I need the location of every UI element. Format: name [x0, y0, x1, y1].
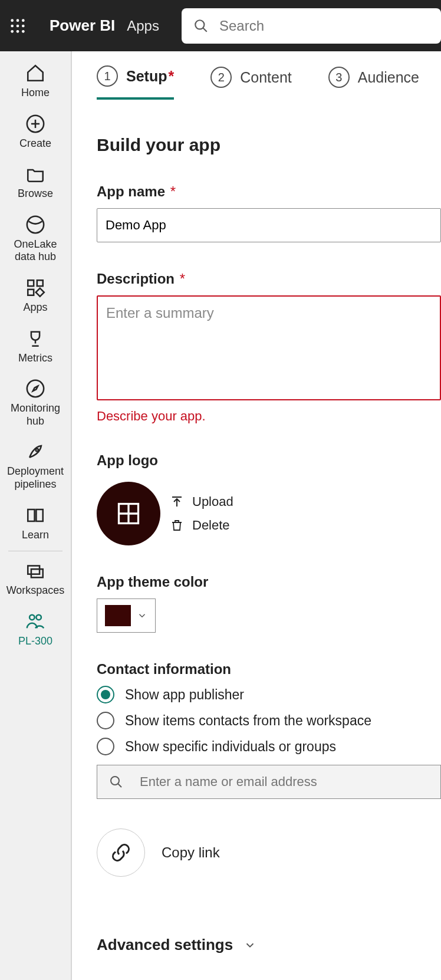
radio-label: Show items contacts from the workspace	[125, 713, 371, 729]
field-label: App theme color	[97, 574, 441, 590]
people-icon	[25, 611, 45, 632]
theme-color-picker[interactable]	[97, 598, 156, 633]
upload-logo-button[interactable]: Upload	[170, 494, 233, 509]
delete-label: Delete	[192, 518, 230, 533]
nav-learn[interactable]: Learn	[0, 498, 71, 549]
apps-icon	[25, 278, 45, 298]
search-box[interactable]	[182, 8, 441, 44]
field-label: Contact information	[97, 661, 441, 678]
radio-publisher[interactable]: Show app publisher	[97, 686, 441, 703]
required-star: *	[168, 68, 174, 84]
link-icon	[110, 842, 131, 863]
wizard-tabs: 1 Setup* 2 Content 3 Audience	[97, 65, 441, 100]
step-number: 3	[328, 67, 350, 88]
upload-icon	[170, 495, 184, 509]
advanced-settings-toggle[interactable]: Advanced settings	[97, 936, 441, 954]
svg-point-4	[17, 24, 19, 27]
field-label: App logo	[97, 452, 441, 469]
svg-rect-22	[31, 569, 43, 577]
svg-point-5	[22, 24, 25, 27]
copy-link-row: Copy link	[97, 828, 441, 877]
chevron-down-icon	[243, 939, 256, 952]
upload-label: Upload	[192, 494, 233, 509]
radio-label: Show specific individuals or groups	[125, 739, 336, 755]
advanced-label: Advanced settings	[97, 936, 233, 954]
book-icon	[25, 505, 45, 525]
search-input[interactable]	[219, 18, 429, 34]
tab-label: Audience	[358, 69, 419, 86]
field-app-logo: App logo Upload Delete	[97, 452, 441, 545]
nav-divider	[8, 551, 62, 551]
copy-link-button[interactable]	[97, 828, 145, 877]
nav-create[interactable]: Create	[0, 107, 71, 157]
field-contact-info: Contact information Show app publisher S…	[97, 661, 441, 799]
svg-point-8	[22, 30, 25, 33]
tab-label: Setup	[126, 68, 167, 84]
tile-icon	[116, 501, 141, 527]
home-icon	[25, 63, 45, 83]
required-star: *	[170, 183, 176, 199]
field-app-name: App name *	[97, 183, 441, 242]
description-input[interactable]	[97, 295, 441, 400]
page-title: Build your app	[97, 135, 441, 155]
svg-point-6	[11, 30, 14, 33]
svg-point-23	[29, 614, 35, 620]
svg-point-7	[17, 30, 19, 33]
plus-circle-icon	[25, 114, 45, 134]
main-content: 1 Setup* 2 Content 3 Audience Build your…	[72, 51, 441, 954]
field-label: App name	[97, 183, 165, 199]
nav-pl300[interactable]: PL-300	[0, 604, 71, 655]
radio-label: Show app publisher	[125, 687, 244, 703]
nav-browse[interactable]: Browse	[0, 157, 71, 208]
color-swatch	[105, 605, 131, 626]
nav-apps[interactable]: Apps	[0, 271, 71, 321]
svg-point-9	[195, 20, 204, 29]
app-name-input[interactable]	[97, 208, 441, 242]
nav-deployment[interactable]: Deployment pipelines	[0, 435, 71, 498]
svg-point-1	[17, 19, 19, 22]
tab-label: Content	[240, 69, 292, 86]
nav-workspaces[interactable]: Workspaces	[0, 554, 71, 604]
compass-icon	[25, 379, 45, 399]
svg-rect-21	[28, 566, 40, 574]
description-error: Describe your app.	[97, 409, 441, 424]
svg-point-20	[36, 449, 38, 451]
nav-monitoring[interactable]: Monitoring hub	[0, 371, 71, 435]
app-logo-preview	[97, 482, 160, 545]
svg-rect-18	[36, 288, 44, 297]
field-label: Description	[97, 271, 175, 287]
radio-specific[interactable]: Show specific individuals or groups	[97, 738, 441, 755]
trash-icon	[170, 518, 184, 532]
brand-label: Power BI	[50, 17, 115, 35]
svg-point-3	[11, 24, 14, 27]
people-picker-input[interactable]	[140, 774, 429, 790]
svg-rect-17	[28, 290, 34, 295]
rocket-icon	[25, 442, 45, 462]
left-nav: Home Create Browse OneLake data hub Apps…	[0, 51, 72, 980]
breadcrumb[interactable]: Apps	[127, 18, 159, 34]
globe-icon	[25, 215, 45, 235]
search-icon	[109, 775, 123, 789]
tab-setup[interactable]: 1 Setup*	[97, 65, 174, 100]
folder-icon	[25, 164, 45, 184]
copy-link-label: Copy link	[162, 844, 220, 861]
radio-workspace-contacts[interactable]: Show items contacts from the workspace	[97, 712, 441, 729]
nav-onelake[interactable]: OneLake data hub	[0, 208, 71, 271]
field-description: Description * Describe your app.	[97, 271, 441, 424]
workspaces-icon	[25, 561, 45, 581]
topbar: Power BI Apps	[0, 0, 441, 51]
chevron-down-icon	[137, 610, 147, 621]
delete-logo-button[interactable]: Delete	[170, 518, 233, 533]
app-launcher-icon[interactable]	[0, 18, 35, 34]
required-star: *	[180, 271, 185, 287]
nav-home[interactable]: Home	[0, 56, 71, 107]
people-picker[interactable]	[97, 765, 441, 799]
svg-point-14	[27, 216, 44, 233]
step-number: 2	[210, 67, 232, 88]
tab-content[interactable]: 2 Content	[210, 67, 292, 98]
search-icon	[193, 18, 209, 34]
tab-audience[interactable]: 3 Audience	[328, 67, 419, 98]
svg-line-10	[203, 28, 207, 32]
field-theme-color: App theme color	[97, 574, 441, 633]
nav-metrics[interactable]: Metrics	[0, 321, 71, 372]
